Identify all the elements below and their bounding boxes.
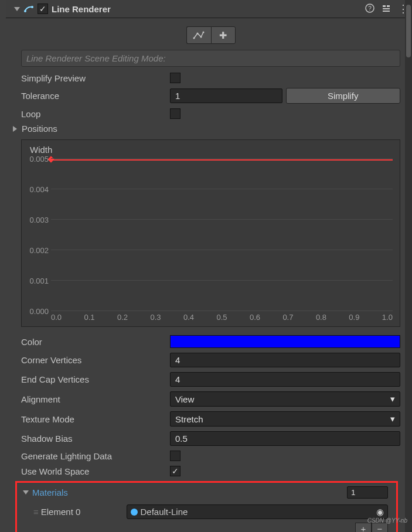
chevron-down-icon: ▾ [390,394,395,404]
svg-point-0 [24,10,26,12]
shadow-bias-input[interactable] [170,431,400,446]
loop-checkbox[interactable] [170,108,181,119]
object-picker-icon[interactable]: ◉ [376,507,384,517]
component-enabled-checkbox[interactable] [38,4,48,14]
width-label: Width [28,144,393,158]
material-type-icon [131,509,138,516]
scrollbar-thumb[interactable] [406,5,411,57]
svg-point-9 [197,33,199,35]
help-icon[interactable]: ? [365,4,374,15]
line-renderer-icon [23,4,34,14]
materials-size-input[interactable] [347,486,388,499]
corner-vertices-input[interactable] [170,353,400,367]
texture-mode-dropdown[interactable]: Stretch▾ [170,411,400,427]
end-cap-vertices-input[interactable] [170,372,400,387]
generate-lighting-label: Generate Lighting Data [21,451,165,461]
svg-rect-5 [387,5,390,7]
use-world-space-label: Use World Space [21,466,165,476]
svg-point-10 [200,36,202,38]
loop-label: Loop [21,109,165,119]
watermark: CSDN @YY-nb [367,517,407,524]
alignment-label: Alignment [21,394,165,404]
shadow-bias-label: Shadow Bias [21,434,165,444]
preset-icon[interactable] [382,4,391,15]
scrollbar[interactable] [405,0,412,532]
materials-label: Materials [32,487,343,497]
drag-handle-icon[interactable]: ≡ [33,507,36,517]
alignment-dropdown[interactable]: View▾ [170,391,400,407]
simplify-button[interactable]: Simplify [286,88,401,104]
texture-mode-label: Texture Mode [21,414,165,424]
remove-element-button[interactable]: − [372,523,388,532]
svg-rect-6 [383,8,390,9]
generate-lighting-checkbox[interactable] [170,451,181,461]
svg-rect-4 [383,5,386,7]
svg-point-1 [31,6,33,8]
simplify-preview-checkbox[interactable] [170,73,181,83]
use-world-space-checkbox[interactable] [170,466,181,476]
element-0-label: Element 0 [41,507,122,517]
color-gradient-field[interactable] [170,335,400,348]
foldout-toggle-icon[interactable] [14,7,20,11]
positions-label: Positions [22,124,57,134]
simplify-preview-label: Simplify Preview [21,73,165,83]
tolerance-label: Tolerance [21,91,165,101]
component-header[interactable]: Line Renderer ? ⋮ [6,0,412,18]
color-label: Color [21,337,165,347]
element-0-object-field[interactable]: Default-Line ◉ [127,504,388,519]
end-cap-vertices-label: End Cap Vertices [21,374,165,384]
add-point-button[interactable]: ✚ [211,26,236,44]
svg-point-11 [203,32,205,33]
svg-rect-7 [383,11,390,12]
component-title: Line Renderer [52,4,362,14]
add-element-button[interactable]: + [355,523,372,532]
curve-line[interactable] [51,159,393,161]
corner-vertices-label: Corner Vertices [21,355,165,365]
svg-point-8 [193,37,195,39]
svg-text:?: ? [368,5,372,12]
editing-mode-label: Line Renderer Scene Editing Mode: [21,50,400,67]
materials-section: Materials ≡ Element 0 Default-Line ◉ + − [15,481,398,532]
xaxis-ticks: 0.00.10.20.30.40.50.60.70.80.91.0 [51,313,393,322]
materials-foldout-icon[interactable] [23,490,29,495]
edit-points-button[interactable] [186,26,211,44]
tolerance-input[interactable] [170,88,282,103]
positions-foldout-icon[interactable] [13,126,17,132]
chevron-down-icon: ▾ [390,414,395,424]
width-curve-editor[interactable]: Width 0.005 0.004 0.003 0.002 0.001 0.00… [21,139,400,327]
